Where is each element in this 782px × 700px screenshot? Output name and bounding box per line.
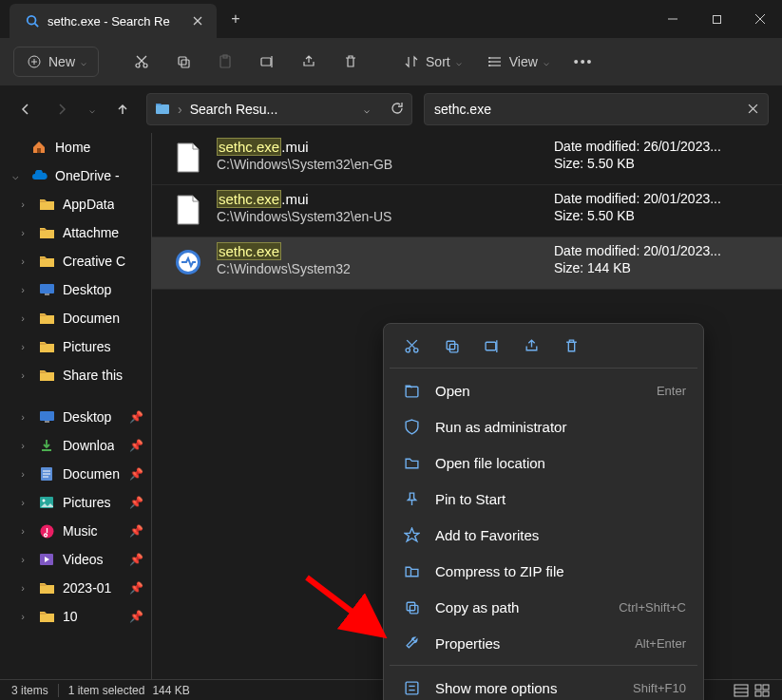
chevron-right-icon[interactable]: ›	[15, 411, 30, 423]
sidebar-item[interactable]: ›AppData	[0, 190, 151, 218]
sidebar-item[interactable]: ›Music📌	[0, 517, 151, 545]
share-icon[interactable]	[521, 335, 542, 356]
context-show-more[interactable]: Show more options Shift+F10	[390, 670, 697, 700]
sidebar-item[interactable]: ›10📌	[0, 602, 151, 631]
context-properties[interactable]: Properties Alt+Enter	[390, 625, 697, 661]
up-button[interactable]	[110, 97, 135, 122]
sidebar-item[interactable]: ›Attachme	[0, 218, 151, 247]
clear-search-icon[interactable]	[748, 102, 758, 117]
sidebar-item[interactable]: ›Desktop	[0, 275, 151, 304]
chevron-down-icon: ⌵	[81, 57, 86, 67]
sidebar-item[interactable]: ›Documen📌	[0, 460, 151, 488]
sidebar-item-onedrive[interactable]: ⌵ OneDrive -	[0, 161, 151, 190]
pin-icon: 📌	[129, 553, 143, 566]
chevron-right-icon[interactable]: ›	[15, 227, 30, 238]
sidebar-item-label: Attachme	[63, 225, 119, 240]
chevron-right-icon[interactable]: ›	[15, 611, 30, 622]
chevron-right-icon[interactable]: ›	[15, 341, 30, 352]
forward-button[interactable]	[49, 97, 74, 122]
sidebar-item[interactable]: ›2023-01📌	[0, 574, 151, 602]
view-label: View	[509, 54, 538, 69]
new-button[interactable]: New ⌵	[13, 47, 99, 77]
toolbar: New ⌵ Sort ⌵ View ⌵ •••	[0, 38, 782, 85]
trash-icon[interactable]	[561, 335, 582, 356]
thumbnails-view-icon[interactable]	[753, 682, 771, 699]
result-filename: sethc.exe.mui	[217, 139, 541, 155]
chevron-down-icon: ⌵	[89, 104, 95, 115]
chevron-right-icon[interactable]: ›	[15, 582, 30, 594]
sort-button[interactable]: Sort ⌵	[393, 47, 471, 76]
sidebar-item-label: Downloa	[63, 438, 114, 453]
sidebar-item[interactable]: ›Downloa📌	[0, 431, 151, 460]
open-icon	[401, 380, 422, 401]
maximize-button[interactable]	[695, 0, 738, 38]
delete-button[interactable]	[333, 47, 369, 76]
sidebar-item[interactable]: ›Share this	[0, 361, 151, 389]
context-open[interactable]: Open Enter	[390, 372, 697, 408]
chevron-right-icon[interactable]: ›	[15, 284, 30, 295]
sidebar-item[interactable]: ›Documen	[0, 304, 151, 332]
sidebar-item[interactable]: ›Pictures	[0, 332, 151, 361]
navbar: ⌵ › Search Resu... ⌵	[0, 85, 782, 133]
sidebar-item-home[interactable]: Home	[0, 133, 151, 161]
cut-icon[interactable]	[401, 335, 422, 356]
cut-button[interactable]	[124, 47, 160, 76]
window-tab[interactable]: sethc.exe - Search Re	[10, 4, 217, 38]
copy-icon[interactable]	[441, 335, 462, 356]
chevron-right-icon[interactable]: ›	[15, 312, 30, 324]
svg-rect-27	[156, 104, 169, 114]
sidebar-item[interactable]: ›Videos📌	[0, 545, 151, 574]
search-bar[interactable]	[424, 93, 769, 125]
context-add-favorites[interactable]: Add to Favorites	[390, 517, 697, 553]
chevron-right-icon[interactable]: ›	[15, 468, 30, 480]
chevron-down-icon[interactable]: ⌵	[364, 104, 370, 115]
copy-button[interactable]	[165, 47, 201, 76]
chevron-down-icon[interactable]: ⌵	[8, 170, 23, 182]
view-button[interactable]: View ⌵	[477, 47, 559, 76]
folder-icon	[38, 494, 55, 511]
chevron-right-icon[interactable]: ›	[15, 369, 30, 381]
refresh-button[interactable]	[391, 102, 404, 118]
close-tab-icon[interactable]	[190, 13, 205, 28]
sidebar-item[interactable]: ›Desktop📌	[0, 403, 151, 431]
context-open-location[interactable]: Open file location	[390, 445, 697, 481]
context-pin-to-start[interactable]: Pin to Start	[390, 481, 697, 517]
chevron-right-icon[interactable]: ›	[15, 440, 30, 451]
back-button[interactable]	[13, 97, 38, 122]
folder-icon	[38, 608, 55, 625]
chevron-right-icon[interactable]: ›	[15, 525, 30, 537]
new-tab-button[interactable]: +	[217, 10, 255, 28]
more-button[interactable]: •••	[564, 48, 603, 75]
paste-button[interactable]	[207, 47, 243, 76]
chevron-right-icon[interactable]: ›	[15, 497, 30, 508]
context-copy-path[interactable]: Copy as path Ctrl+Shift+C	[390, 589, 697, 625]
svg-rect-34	[45, 421, 49, 423]
minimize-button[interactable]	[651, 0, 695, 38]
sidebar-item[interactable]: ›Creative C	[0, 247, 151, 275]
chevron-right-icon[interactable]: ›	[15, 255, 30, 267]
star-icon	[401, 524, 422, 545]
search-result[interactable]: sethc.exe.muiC:\Windows\System32\en-USDa…	[152, 185, 782, 237]
chevron-right-icon[interactable]: ›	[15, 554, 30, 565]
search-result[interactable]: sethc.exe.muiC:\Windows\System32\en-GBDa…	[152, 133, 782, 185]
address-bar[interactable]: › Search Resu... ⌵	[146, 93, 412, 125]
close-window-button[interactable]	[738, 0, 782, 38]
sidebar-item[interactable]: ›Pictures📌	[0, 488, 151, 517]
status-size: 144 KB	[152, 684, 189, 697]
chevron-right-icon[interactable]: ›	[15, 199, 30, 210]
rename-button[interactable]	[249, 47, 285, 76]
copy-icon	[175, 53, 192, 70]
recent-button[interactable]: ⌵	[86, 97, 99, 122]
svg-rect-45	[734, 685, 748, 696]
pin-icon: 📌	[129, 467, 143, 481]
context-compress-zip[interactable]: Compress to ZIP file	[390, 553, 697, 589]
search-input[interactable]	[434, 102, 740, 117]
status-item-count: 3 items	[11, 684, 48, 697]
search-result[interactable]: sethc.exeC:\Windows\System32Date modifie…	[152, 237, 782, 290]
share-button[interactable]	[291, 47, 327, 76]
context-run-as-admin[interactable]: Run as administrator	[390, 408, 697, 445]
view-icon	[486, 53, 504, 70]
details-view-icon[interactable]	[733, 682, 750, 699]
svg-point-0	[28, 16, 36, 25]
rename-icon[interactable]	[481, 335, 502, 356]
